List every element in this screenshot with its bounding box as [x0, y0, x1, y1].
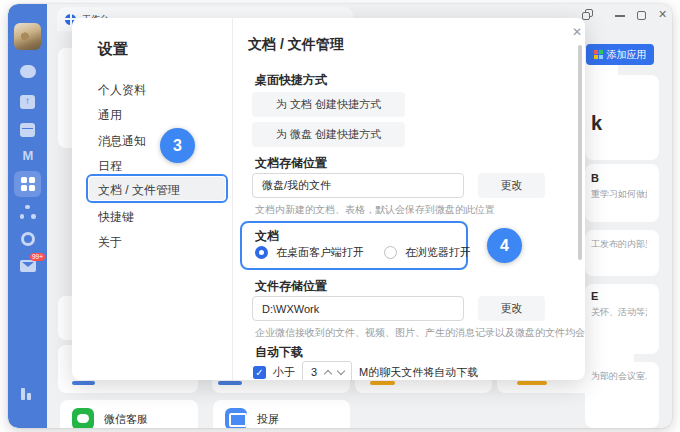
meeting-icon[interactable]: M [18, 146, 37, 165]
auto-download-checkbox-checked[interactable]: ✓ [253, 366, 266, 379]
wechat-service-icon [72, 408, 94, 428]
settings-modal: ✕ 设置 个人资料 通用 消息通知 日程 文档 / 文件管理 快捷键 关于 文档… [72, 18, 585, 380]
nav-item-shortcuts[interactable]: 快捷键 [98, 209, 134, 226]
card-text-fragment: E [585, 284, 659, 302]
annotation-step-3: 3 [160, 128, 195, 163]
card-text-fragment: 重学习如何做好... [585, 184, 647, 201]
doc-storage-label: 文档存储位置 [255, 155, 327, 172]
card-text-fragment: 工发布的内部里... [585, 230, 647, 251]
mail-badge: 99+ [30, 253, 45, 261]
bg-right-card-4: E 关怀、活动等消... [585, 284, 659, 354]
nav-item-about[interactable]: 关于 [98, 234, 122, 251]
nav-item-doc-file-management[interactable]: 文档 / 文件管理 [98, 182, 180, 199]
file-storage-change-button[interactable]: 更改 [478, 296, 545, 321]
file-storage-input[interactable]: D:\WXWork [252, 296, 464, 321]
shortcut-section-label: 桌面快捷方式 [255, 72, 327, 89]
nav-item-schedule[interactable]: 日程 [98, 158, 122, 175]
bg-dash-yellow-1 [370, 381, 395, 385]
settings-title: 设置 [98, 40, 128, 59]
radio-label-browser[interactable]: 在浏览器打开 [405, 245, 471, 260]
doc-storage-change-button[interactable]: 更改 [478, 173, 545, 198]
panel-title: 文档 / 文件管理 [248, 36, 344, 54]
file-storage-label: 文件存储位置 [255, 278, 327, 295]
bg-right-card-3: 工发布的内部里... [585, 230, 659, 276]
stats-icon[interactable] [18, 384, 37, 403]
add-app-label: 添加应用 [607, 48, 647, 62]
modal-close-icon[interactable]: ✕ [569, 25, 585, 39]
bg-dash-blue-2 [218, 381, 242, 385]
minimize-button[interactable] [615, 15, 625, 17]
doc-open-label: 文档 [255, 228, 279, 245]
docs-icon[interactable] [18, 92, 37, 111]
spinner-up-icon[interactable] [324, 369, 332, 377]
radio-desktop-client-selected[interactable] [255, 246, 268, 259]
app-label: 投屏 [257, 412, 279, 427]
bg-right-card-5: 为部的会议室... [585, 362, 659, 428]
workbench-icon-active[interactable] [14, 171, 41, 197]
bg-dash-blue-1 [72, 381, 95, 385]
file-storage-helper: 企业微信接收到的文件、视频、图片、产生的消息记录以及微盘的文件均会存放于此 [255, 326, 585, 340]
maximize-button[interactable] [637, 11, 646, 20]
card-text-fragment: B [585, 164, 659, 184]
modal-scrollbar[interactable] [578, 45, 582, 260]
auto-download-row: ✓ 小于 3 M的聊天文件将自动下载 [253, 361, 478, 380]
doc-storage-helper: 文档内新建的文档、表格，默认会保存到微盘的此位置 [255, 203, 495, 217]
auto-download-label: 自动下载 [255, 344, 303, 361]
split-window-icon[interactable] [582, 9, 593, 20]
radio-browser-unselected[interactable] [384, 246, 397, 259]
size-value[interactable]: 3 [303, 366, 325, 378]
avatar[interactable] [14, 23, 41, 50]
screencast-icon [225, 408, 247, 428]
app-sidebar: M 99+ [8, 4, 47, 428]
create-doc-shortcut-button[interactable]: 为 文档 创建快捷方式 [252, 92, 405, 117]
messages-icon[interactable] [18, 62, 37, 81]
apps-icon[interactable] [18, 229, 37, 248]
auto-download-suffix: M的聊天文件将自动下载 [359, 365, 478, 380]
nav-item-general[interactable]: 通用 [98, 107, 122, 124]
add-app-button[interactable]: 添加应用 [586, 44, 654, 65]
spinner-down-icon[interactable] [337, 367, 345, 375]
auto-download-prefix: 小于 [273, 365, 295, 380]
add-app-icon [594, 50, 603, 59]
radio-label-desktop[interactable]: 在桌面客户端打开 [276, 245, 364, 260]
card-text-fragment: k [591, 112, 665, 135]
calendar-icon[interactable] [18, 120, 37, 139]
doc-storage-input[interactable]: 微盘/我的文件 [252, 173, 464, 198]
bg-dash-yellow-2 [517, 381, 547, 385]
annotation-step-4: 4 [487, 228, 522, 263]
bg-right-card-1: k [585, 75, 659, 160]
doc-open-options: 在桌面客户端打开 在浏览器打开 [255, 245, 471, 260]
nav-item-notifications[interactable]: 消息通知 [98, 133, 146, 150]
settings-nav: 设置 个人资料 通用 消息通知 日程 文档 / 文件管理 快捷键 关于 [72, 18, 233, 380]
card-text-fragment: 为部的会议室... [585, 362, 647, 383]
card-text-fragment: 关怀、活动等消... [585, 302, 647, 319]
screen: 工作台 ✕ M 99+ [0, 0, 680, 432]
window-close-button[interactable]: ✕ [658, 7, 667, 21]
app-card-screencast[interactable]: 投屏 [213, 400, 350, 428]
app-card-wechat-service[interactable]: 微信客服 [60, 400, 198, 428]
app-label: 微信客服 [104, 412, 148, 427]
bg-right-card-2: B 重学习如何做好... [585, 164, 659, 222]
contacts-icon[interactable] [18, 202, 37, 221]
create-drive-shortcut-button[interactable]: 为 微盘 创建快捷方式 [252, 122, 405, 147]
nav-item-profile[interactable]: 个人资料 [98, 82, 146, 99]
app-window: 工作台 ✕ M 99+ [8, 4, 672, 428]
size-spinner[interactable]: 3 [302, 361, 352, 380]
